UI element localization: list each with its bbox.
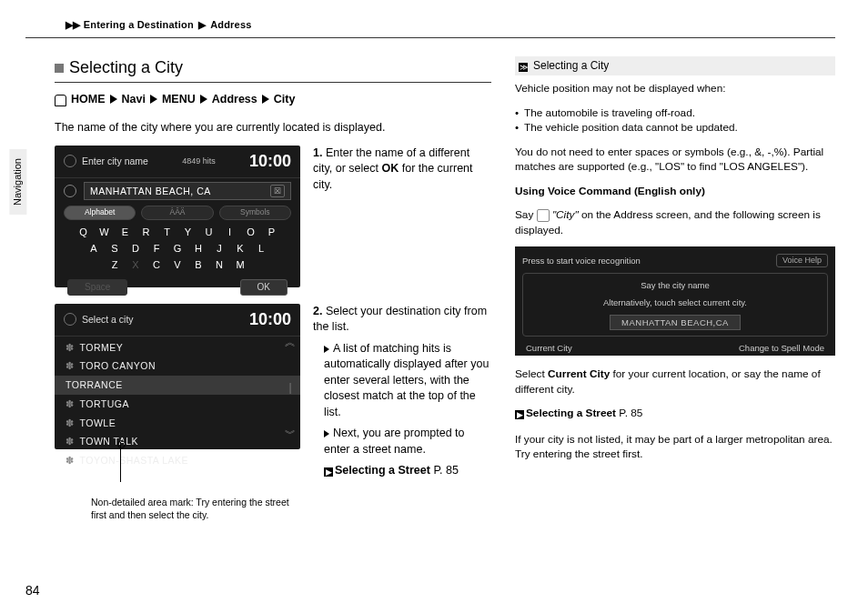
screen1-title: Enter city name — [82, 155, 148, 168]
key[interactable]: A — [86, 242, 102, 256]
current-city-button[interactable]: Current City — [526, 342, 572, 354]
key[interactable]: C — [149, 258, 165, 272]
screenshot-select-city: Select a city 10:00 ✽TORMEY ✽TORO CANYON… — [55, 304, 300, 449]
heading-text: Selecting a City — [69, 56, 183, 79]
key[interactable]: G — [170, 242, 186, 256]
nav-city: City — [274, 92, 296, 108]
step-1: 1. Enter the name of a different city, o… — [313, 146, 491, 287]
key[interactable]: Q — [76, 226, 91, 239]
right-xref: Selecting a Street — [526, 407, 616, 419]
scrollbar[interactable]: ︽|︾ — [286, 335, 295, 442]
key[interactable]: O — [243, 226, 258, 239]
voice-city[interactable]: MANHATTAN BEACH,CA — [610, 315, 741, 330]
back-icon[interactable] — [64, 313, 76, 326]
side-tab: Navigation — [9, 149, 26, 215]
nav-sep-icon — [110, 95, 117, 104]
screen2-title: Select a city — [82, 313, 134, 327]
key[interactable]: W — [96, 226, 112, 239]
info-icon: ≫ — [519, 63, 528, 72]
voice-icon — [537, 209, 550, 222]
breadcrumb: ▶▶ Entering a Destination ▶ Address — [66, 18, 835, 32]
clear-icon[interactable]: ☒ — [270, 185, 286, 198]
info-p1: Vehicle position may not be displayed wh… — [515, 81, 835, 96]
step-2: 2. Select your destination city from the… — [313, 304, 491, 479]
bc-1: Entering a Destination — [84, 19, 194, 30]
key[interactable]: F — [149, 242, 165, 256]
key[interactable]: T — [159, 226, 175, 239]
ok-button[interactable]: OK — [240, 279, 288, 296]
key[interactable]: H — [191, 242, 207, 256]
spell-mode-button[interactable]: Change to Spell Mode — [739, 342, 824, 354]
bc-sep: ▶ — [198, 19, 206, 30]
list-item[interactable]: ✽TOWN TALK — [55, 432, 300, 451]
xref-icon: ▶ — [515, 410, 524, 419]
nav-path: HOME Navi MENU Address City — [55, 92, 491, 108]
home-icon — [55, 95, 66, 106]
right-xpage: P. 85 — [619, 407, 642, 419]
list-item[interactable]: ✽TOYON-SHASTA LAKE — [55, 451, 300, 470]
info-p3: Select Current City for your current loc… — [515, 367, 835, 397]
key[interactable]: V — [170, 258, 186, 272]
non-detailed-icon: ✽ — [66, 454, 75, 467]
space-button[interactable]: Space — [67, 279, 127, 296]
tab-accents[interactable]: ÀÂÄ — [141, 206, 213, 220]
list-item[interactable]: ✽TORTUGA — [55, 395, 300, 414]
key[interactable]: I — [222, 226, 237, 239]
step1-num: 1. — [313, 146, 322, 159]
key[interactable]: U — [201, 226, 217, 239]
list-item[interactable]: ✽TOWLE — [55, 414, 300, 433]
nav-home: HOME — [71, 92, 106, 108]
voice-heading: Using Voice Command (English only) — [515, 184, 835, 199]
key[interactable]: L — [254, 242, 269, 256]
key[interactable]: N — [212, 258, 227, 272]
step2-num: 2. — [313, 305, 322, 317]
city-value: MANHATTAN BEACH, CA — [90, 185, 211, 198]
clock: 10:00 — [249, 308, 291, 331]
key[interactable]: Y — [180, 226, 196, 239]
nav-navi: Navi — [122, 92, 146, 108]
key[interactable]: B — [191, 258, 207, 272]
info-p2: You do not need to enter spaces or symbo… — [515, 145, 835, 175]
key[interactable]: R — [138, 226, 154, 239]
city-input[interactable]: MANHATTAN BEACH, CA ☒ — [84, 182, 291, 201]
callout-note: Non-detailed area mark: Try entering the… — [91, 496, 291, 522]
bc-arrow: ▶▶ — [66, 19, 80, 30]
voice-say2: Alternatively, touch select current city… — [603, 296, 747, 308]
voice-top-msg: Press to start voice recognition — [522, 255, 641, 266]
xref-icon: ▶ — [324, 467, 333, 477]
tab-symbols[interactable]: Symbols — [219, 206, 291, 220]
key[interactable]: J — [212, 242, 227, 256]
scroll-up-icon[interactable]: ︽ — [285, 335, 296, 350]
key[interactable]: K — [233, 242, 248, 256]
back-icon[interactable] — [64, 155, 76, 167]
step2-xref: Selecting a Street — [335, 464, 430, 477]
tab-alphabet[interactable]: Alphabet — [64, 206, 136, 220]
bullet-item: The vehicle position data cannot be upda… — [515, 120, 835, 136]
voice-help-button[interactable]: Voice Help — [776, 254, 828, 267]
voice-say1: Say the city name — [641, 279, 710, 291]
globe-icon[interactable] — [64, 185, 76, 197]
step2-b: A list of matching hits is automatically… — [324, 342, 489, 418]
key[interactable]: E — [117, 226, 133, 239]
scroll-down-icon[interactable]: ︾ — [285, 427, 296, 442]
step1-b: OK — [381, 162, 399, 175]
key[interactable]: Z — [107, 258, 123, 272]
info-bullets: The automobile is traveling off-road. Th… — [515, 106, 835, 136]
list-item[interactable]: ✽TORO CANYON — [55, 357, 300, 376]
info-title: Selecting a City — [533, 58, 609, 74]
list-item[interactable]: TORRANCE — [55, 376, 300, 395]
nav-sep-icon — [150, 95, 157, 104]
key[interactable]: S — [107, 242, 123, 256]
voice-instruction: Say "City" on the Address screen, and th… — [515, 207, 835, 237]
callout-dot-icon — [117, 440, 126, 448]
key[interactable]: X — [128, 258, 144, 272]
key[interactable]: P — [264, 226, 279, 239]
clock: 10:00 — [249, 150, 291, 173]
step2-a: Select your destination city from the li… — [313, 305, 487, 334]
list-item[interactable]: ✽TORMEY — [55, 338, 300, 357]
key[interactable]: M — [233, 258, 248, 272]
key[interactable]: D — [128, 242, 144, 256]
nav-sep-icon — [262, 95, 269, 104]
city-list: ✽TORMEY ✽TORO CANYON TORRANCE ✽TORTUGA ✽… — [55, 337, 300, 472]
sub-bullet-icon — [324, 430, 329, 437]
